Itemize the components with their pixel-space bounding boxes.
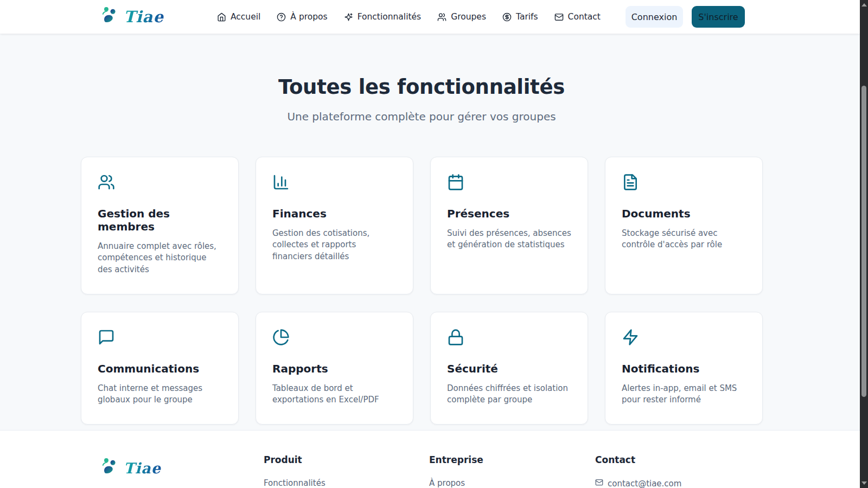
feature-description: Annuaire complet avec rôles, compétences… (98, 241, 222, 275)
footer-link-item: À propos (429, 478, 595, 488)
tiae-people-logo-icon (99, 5, 120, 28)
nav-item-label: Accueil (231, 12, 260, 22)
hero: Toutes les fonctionnalités Une plateform… (0, 34, 843, 123)
footer-brand-name: Tiae (124, 461, 161, 476)
nav-actions: Connexion S'inscrire (626, 6, 745, 28)
browser-viewport: Tiae AccueilÀ proposFonctionnalitésGroup… (0, 0, 868, 488)
mail-icon (554, 12, 564, 22)
nav-item-label: À propos (290, 12, 327, 22)
footer-columns: ProduitFonctionnalitésEntrepriseÀ propos… (264, 454, 681, 488)
signup-button[interactable]: S'inscrire (692, 6, 745, 28)
footer-link-a-propos[interactable]: À propos (429, 478, 595, 488)
feature-card-securite: SécuritéDonnées chiffrées et isolation c… (430, 312, 588, 425)
footer-column-entreprise: EntrepriseÀ propos (429, 454, 595, 488)
footer-link-contact-tiae-com[interactable]: contact@tiae.com (595, 478, 681, 488)
zap-icon (622, 329, 746, 348)
feature-card-gestion-des-membres: Gestion des membresAnnuaire complet avec… (81, 157, 239, 294)
features-grid: Gestion des membresAnnuaire complet avec… (81, 157, 763, 425)
footer-link-item: Fonctionnalités (264, 478, 429, 488)
nav-item-label: Tarifs (516, 12, 538, 22)
feature-card-rapports: RapportsTableaux de bord et exportations… (256, 312, 413, 425)
nav-item-a-propos[interactable]: À propos (277, 12, 327, 22)
nav-item-label: Groupes (451, 12, 486, 22)
nav-menu: AccueilÀ proposFonctionnalitésGroupesTar… (217, 0, 601, 34)
footer: Tiae ProduitFonctionnalitésEntrepriseÀ p… (0, 430, 860, 488)
dollar-circle-icon (502, 12, 512, 22)
help-circle-icon (277, 12, 286, 22)
calendar-icon (447, 174, 571, 193)
feature-card-notifications: NotificationsAlertes in-app, email et SM… (605, 312, 763, 425)
mail-icon (595, 478, 603, 488)
feature-title: Finances (272, 207, 397, 220)
feature-card-finances: FinancesGestion des cotisations, collect… (256, 157, 413, 294)
feature-title: Documents (622, 207, 746, 220)
footer-column-contact: Contactcontact@tiae.com (595, 454, 681, 488)
message-square-icon (98, 329, 222, 348)
nav-item-contact[interactable]: Contact (554, 12, 601, 22)
nav-item-accueil[interactable]: Accueil (217, 12, 260, 22)
feature-card-presences: PrésencesSuivi des présences, absences e… (430, 157, 588, 294)
navbar: Tiae AccueilÀ proposFonctionnalitésGroup… (0, 0, 860, 34)
feature-description: Gestion des cotisations, collectes et ra… (272, 228, 397, 262)
footer-brand-logo[interactable]: Tiae (99, 457, 161, 479)
feature-description: Stockage sécurisé avec contrôle d'accès … (622, 228, 746, 251)
tiae-people-logo-icon (99, 457, 120, 479)
nav-item-label: Fonctionnalités (358, 12, 422, 22)
users-icon (437, 12, 446, 22)
scrollbar-up-arrow-icon[interactable] (861, 3, 867, 7)
feature-title: Notifications (622, 362, 746, 375)
main-section: Toutes les fonctionnalités Une plateform… (0, 34, 843, 425)
feature-card-documents: DocumentsStockage sécurisé avec contrôle… (605, 157, 763, 294)
nav-item-fonctionnalites[interactable]: Fonctionnalités (344, 12, 422, 22)
nav-item-tarifs[interactable]: Tarifs (502, 12, 538, 22)
footer-column-produit: ProduitFonctionnalités (264, 454, 429, 488)
footer-link-fonctionnalites[interactable]: Fonctionnalités (264, 478, 429, 488)
sparkles-icon (344, 12, 353, 22)
feature-title: Rapports (272, 362, 397, 375)
footer-column-title: Contact (595, 454, 681, 465)
footer-link-item: contact@tiae.com (595, 478, 681, 488)
lock-icon (447, 329, 571, 348)
feature-title: Communications (98, 362, 222, 375)
login-button[interactable]: Connexion (626, 6, 683, 28)
feature-title: Présences (447, 207, 571, 220)
page-subtitle: Une plateforme complète pour gérer vos g… (0, 110, 843, 123)
feature-title: Gestion des membres (98, 207, 222, 233)
page-content: Tiae AccueilÀ proposFonctionnalitésGroup… (0, 0, 860, 488)
nav-item-groupes[interactable]: Groupes (437, 12, 486, 22)
home-icon (217, 12, 226, 22)
file-text-icon (622, 174, 746, 193)
scrollbar-thumb[interactable] (861, 86, 866, 397)
nav-item-label: Contact (568, 12, 601, 22)
scrollbar-down-arrow-icon[interactable] (861, 481, 867, 485)
page-title: Toutes les fonctionnalités (0, 75, 843, 99)
brand-logo[interactable]: Tiae (99, 5, 164, 28)
feature-card-communications: CommunicationsChat interne et messages g… (81, 312, 239, 425)
pie-chart-icon (272, 329, 397, 348)
brand-name: Tiae (124, 9, 164, 25)
feature-description: Données chiffrées et isolation complète … (447, 383, 571, 406)
bar-chart-icon (272, 174, 397, 193)
feature-description: Alertes in-app, email et SMS pour rester… (622, 383, 746, 406)
footer-column-title: Produit (264, 454, 429, 465)
footer-column-title: Entreprise (429, 454, 595, 465)
users-icon (98, 174, 222, 193)
feature-description: Suivi des présences, absences et générat… (447, 228, 571, 251)
feature-description: Tableaux de bord et exportations en Exce… (272, 383, 397, 406)
vertical-scrollbar[interactable] (860, 0, 868, 488)
feature-title: Sécurité (447, 362, 571, 375)
feature-description: Chat interne et messages globaux pour le… (98, 383, 222, 406)
